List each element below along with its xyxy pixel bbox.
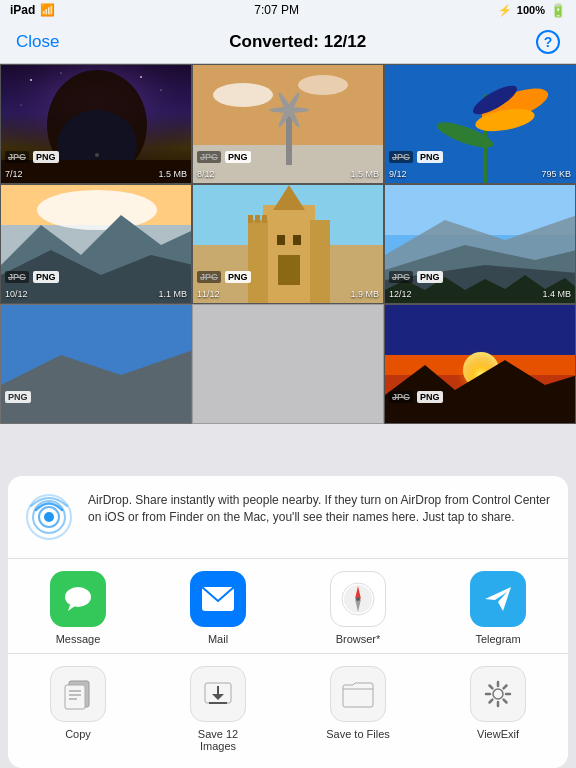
badge-row-7: PNG xyxy=(5,391,187,403)
action-row: Copy Save 12 Images xyxy=(8,654,568,768)
cell-info-1: 7/12 1.5 MB xyxy=(1,169,191,179)
from-format-9: JPG xyxy=(389,391,413,403)
cell-num-6: 12/12 xyxy=(389,289,412,299)
copy-label: Copy xyxy=(65,728,91,740)
battery-icon: 🔋 xyxy=(550,3,566,18)
status-right: ⚡ 100% 🔋 xyxy=(498,3,566,18)
flower-svg xyxy=(385,65,576,184)
svg-rect-35 xyxy=(255,215,260,223)
app-item-message[interactable]: Message xyxy=(44,571,112,645)
action-item-viewexif[interactable]: ViewExif xyxy=(464,666,532,740)
sunset-svg xyxy=(385,305,576,424)
grid-cell-4[interactable]: JPG PNG 10/12 1.1 MB xyxy=(0,184,192,304)
svg-rect-40 xyxy=(293,235,301,245)
cell-bg-6 xyxy=(385,185,575,303)
cell-bg-2 xyxy=(193,65,383,183)
svg-line-84 xyxy=(504,686,507,689)
from-format-4: JPG xyxy=(5,271,29,283)
grid-cell-3[interactable]: JPG PNG 9/12 795 KB xyxy=(384,64,576,184)
grid-cell-7[interactable]: PNG xyxy=(0,304,192,424)
cell-num-5: 11/12 xyxy=(197,289,220,299)
svg-line-82 xyxy=(490,686,493,689)
action-item-savefiles[interactable]: Save to Files xyxy=(324,666,392,740)
mountains-svg xyxy=(1,185,192,304)
svg-marker-67 xyxy=(485,587,511,611)
device-label: iPad xyxy=(10,3,35,17)
app-item-mail[interactable]: Mail xyxy=(184,571,252,645)
browser-icon xyxy=(330,571,386,627)
cell-num-4: 10/12 xyxy=(5,289,28,299)
app-item-browser[interactable]: Browser* xyxy=(324,571,392,645)
arch-svg xyxy=(1,65,192,184)
cell-size-3: 795 KB xyxy=(541,169,571,179)
to-format-3: PNG xyxy=(417,151,443,163)
grid-cell-2[interactable]: JPG PNG 8/12 1.5 MB xyxy=(192,64,384,184)
viewexif-icon-wrap xyxy=(470,666,526,722)
mail-label: Mail xyxy=(208,633,228,645)
svg-rect-36 xyxy=(262,215,267,223)
save-files-icon xyxy=(341,679,375,709)
badge-row-6: JPG PNG xyxy=(389,271,571,283)
to-format-4: PNG xyxy=(33,271,59,283)
grid-cell-1[interactable]: JPG PNG 7/12 1.5 MB xyxy=(0,64,192,184)
bluetooth-icon: ⚡ xyxy=(498,4,512,17)
svg-point-58 xyxy=(44,512,54,522)
svg-rect-34 xyxy=(248,215,253,223)
badge-row-5: JPG PNG xyxy=(197,271,379,283)
to-format-5: PNG xyxy=(225,271,251,283)
cell-bg-7 xyxy=(1,305,191,423)
action-item-copy[interactable]: Copy xyxy=(44,666,112,740)
svg-point-6 xyxy=(61,73,62,74)
badge-row-9: JPG PNG xyxy=(389,391,571,403)
grid-cell-6[interactable]: JPG PNG 12/12 1.4 MB xyxy=(384,184,576,304)
compass-icon xyxy=(340,581,376,617)
cell-bg-5 xyxy=(193,185,383,303)
telegram-icon xyxy=(470,571,526,627)
status-bar: iPad 📶 7:07 PM ⚡ 100% 🔋 xyxy=(0,0,576,20)
from-format-6: JPG xyxy=(389,271,413,283)
windmill-svg xyxy=(193,65,384,184)
mail-icon xyxy=(190,571,246,627)
to-format-2: PNG xyxy=(225,151,251,163)
airdrop-card: AirDrop. Share instantly with people nea… xyxy=(8,476,568,559)
app-item-telegram[interactable]: Telegram xyxy=(464,571,532,645)
cell-bg-1 xyxy=(1,65,191,183)
nav-title: Converted: 12/12 xyxy=(229,32,366,52)
cell-bg-9 xyxy=(385,305,575,423)
svg-rect-69 xyxy=(65,685,85,709)
action-item-save12[interactable]: Save 12 Images xyxy=(184,666,252,752)
svg-point-26 xyxy=(37,190,157,230)
cell-size-1: 1.5 MB xyxy=(158,169,187,179)
browser-label: Browser* xyxy=(336,633,381,645)
viewexif-gear-icon xyxy=(481,677,515,711)
close-button[interactable]: Close xyxy=(16,32,59,52)
svg-point-77 xyxy=(493,689,503,699)
grid-cell-5[interactable]: JPG PNG 11/12 1.9 MB xyxy=(192,184,384,304)
status-left: iPad 📶 xyxy=(10,3,55,17)
bluemountains-svg xyxy=(385,185,576,304)
savefiles-icon-wrap xyxy=(330,666,386,722)
svg-point-9 xyxy=(21,105,22,106)
cell-info-6: 12/12 1.4 MB xyxy=(385,289,575,299)
time-display: 7:07 PM xyxy=(254,3,299,17)
svg-line-85 xyxy=(490,700,493,703)
cell-num-1: 7/12 xyxy=(5,169,23,179)
from-format-5: JPG xyxy=(197,271,221,283)
badge-row-1: JPG PNG xyxy=(5,151,187,163)
from-format-2: JPG xyxy=(197,151,221,163)
cell-info-3: 9/12 795 KB xyxy=(385,169,575,179)
message-label: Message xyxy=(56,633,101,645)
cell-bg-4 xyxy=(1,185,191,303)
grid-cell-8[interactable] xyxy=(192,304,384,424)
to-format-1: PNG xyxy=(33,151,59,163)
svg-point-12 xyxy=(213,83,273,107)
save-images-icon xyxy=(203,677,233,711)
grid-cell-9[interactable]: JPG PNG xyxy=(384,304,576,424)
nav-bar: Close Converted: 12/12 ? xyxy=(0,20,576,64)
help-button[interactable]: ? xyxy=(536,30,560,54)
svg-marker-60 xyxy=(68,605,75,611)
to-format-7: PNG xyxy=(5,391,31,403)
mail-envelope-icon xyxy=(201,586,235,612)
cell-size-4: 1.1 MB xyxy=(158,289,187,299)
badge-row-4: JPG PNG xyxy=(5,271,187,283)
